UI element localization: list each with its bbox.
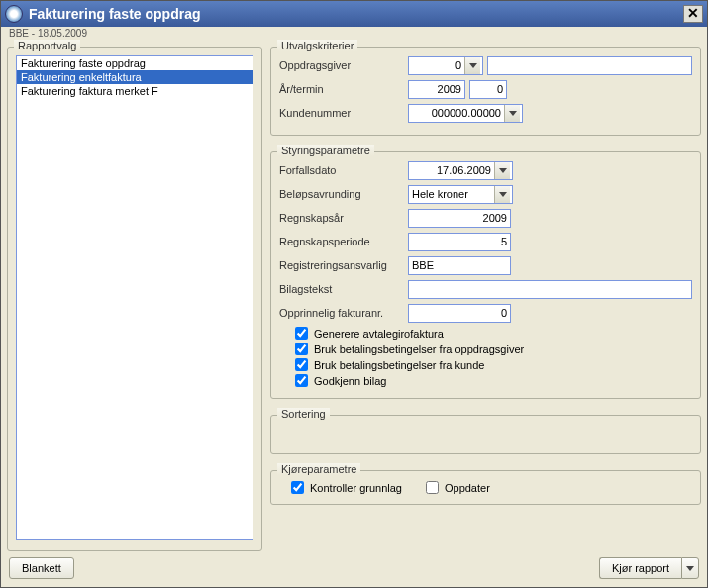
window-title: Fakturering faste oppdrag [29,6,200,22]
godkjenn-bilag-checkbox[interactable] [295,374,308,387]
belopsavrunding-label: Beløpsavrunding [279,188,408,200]
blankett-button[interactable]: Blankett [9,557,74,579]
footer: Blankett Kjør rapport [1,551,707,587]
rapportvalg-group: Rapportvalg Fakturering faste oppdragFak… [7,47,262,551]
bruk-betaling-oppdragsgiver-label: Bruk betalingsbetingelser fra oppdragsgi… [314,343,524,355]
godkjenn-bilag-label: Godkjenn bilag [314,375,386,387]
sortering-group: Sortering [270,415,701,454]
forfallsdato-label: Forfallsdato [279,164,408,176]
forfallsdato-input[interactable] [409,162,494,179]
bruk-betaling-oppdragsgiver-checkbox[interactable] [295,343,308,355]
kjoreparametre-group: Kjøreparametre Kontroller grunnlag Oppda… [270,470,701,505]
sortering-title: Sortering [277,408,330,420]
kontroller-grunnlag-checkbox[interactable] [291,481,304,494]
oppdater-label: Oppdater [445,482,490,494]
forfallsdato-dropdown-icon[interactable] [494,162,510,179]
opprinnelig-fakturanr-label: Opprinnelig fakturanr. [279,307,408,319]
termin-input[interactable] [469,80,507,99]
registreringsansvarlig-label: Registreringsansvarlig [279,259,408,271]
regnskapsperiode-label: Regnskapsperiode [279,236,408,247]
kundenummer-dropdown-icon[interactable] [504,105,520,122]
sortering-empty [279,424,692,445]
kundenummer-input[interactable] [409,105,504,122]
generere-avtalegiro-label: Generere avtalegirofaktura [314,328,444,340]
content-area: Rapportvalg Fakturering faste oppdragFak… [1,39,707,551]
list-item[interactable]: Fakturering faste oppdrag [17,56,253,70]
rapportvalg-title: Rapportvalg [14,40,80,51]
kundenummer-label: Kundenummer [279,107,408,119]
list-item[interactable]: Fakturering enkeltfaktura [17,70,253,84]
kjor-rapport-button-label: Kjør rapport [612,562,669,574]
oppdragsgiver-dropdown-icon[interactable] [464,57,480,74]
kjoreparametre-title: Kjøreparametre [277,463,360,475]
oppdragsgiver-extra-input[interactable] [487,56,692,75]
close-button[interactable]: ✕ [683,5,703,23]
utvalgskriterier-group: Utvalgskriterier Oppdragsgiver År/termin [270,47,701,136]
rapportvalg-list[interactable]: Fakturering faste oppdragFakturering enk… [16,55,253,540]
aar-termin-label: År/termin [279,83,408,95]
kontroller-grunnlag-label: Kontroller grunnlag [310,482,402,494]
oppdragsgiver-input[interactable] [409,57,464,74]
kjor-rapport-split: Kjør rapport [599,557,699,579]
belopsavrunding-dropdown-icon[interactable] [494,186,510,203]
oppdater-checkbox[interactable] [426,481,439,494]
kjor-rapport-button[interactable]: Kjør rapport [599,557,681,579]
bilagstekst-input[interactable] [408,280,692,299]
opprinnelig-fakturanr-input[interactable] [408,304,511,323]
main-window: Fakturering faste oppdrag ✕ BBE - 18.05.… [0,0,708,588]
list-item[interactable]: Fakturering faktura merket F [17,84,253,98]
regnskapsaar-label: Regnskapsår [279,212,408,224]
generere-avtalegiro-checkbox[interactable] [295,327,308,340]
styringsparametre-title: Styringsparametre [277,145,374,156]
bruk-betaling-kunde-label: Bruk betalingsbetingelser fra kunde [314,359,484,371]
utvalgskriterier-title: Utvalgskriterier [277,40,357,51]
bilagstekst-label: Bilagstekst [279,283,408,295]
belopsavrunding-input[interactable] [409,186,494,203]
kundenummer-combo[interactable] [408,104,523,123]
app-icon [5,5,23,23]
styringsparametre-group: Styringsparametre Forfallsdato Beløpsavr… [270,151,701,399]
registreringsansvarlig-input[interactable] [408,256,511,275]
bruk-betaling-kunde-checkbox[interactable] [295,358,308,371]
blankett-button-label: Blankett [22,562,61,574]
forfallsdato-combo[interactable] [408,161,513,180]
regnskapsperiode-input[interactable] [408,233,511,251]
sub-title: BBE - 18.05.2009 [1,27,707,39]
belopsavrunding-combo[interactable] [408,185,513,204]
aar-input[interactable] [408,80,465,99]
oppdragsgiver-label: Oppdragsgiver [279,59,408,71]
title-bar: Fakturering faste oppdrag ✕ [1,1,707,27]
kjor-rapport-dropdown-icon[interactable] [681,557,699,579]
oppdragsgiver-combo[interactable] [408,56,483,75]
regnskapsaar-input[interactable] [408,209,511,228]
